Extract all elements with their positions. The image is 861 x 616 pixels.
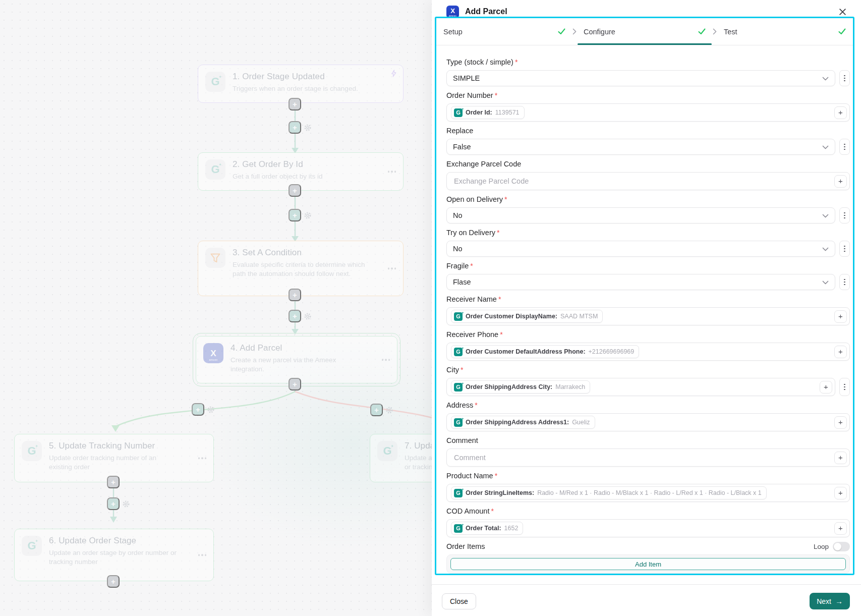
step-card-add-parcel[interactable]: X ameex 4. Add Parcel Create a new parce…	[196, 336, 397, 383]
order-number-input[interactable]: G✦ Order Id: 1139571 +	[446, 103, 850, 122]
insert-data-button[interactable]: +	[834, 522, 847, 535]
data-token-chip[interactable]: G✦ Order Total: 1652	[451, 522, 523, 535]
product-name-input[interactable]: G✦ Order StringLineItems: Radio - M/Red …	[446, 484, 850, 502]
add-step-button[interactable]: +	[107, 575, 120, 588]
order-items-container: Add Item	[446, 554, 850, 574]
field-label: Type (stock / simple)	[446, 58, 513, 66]
field-replace: Replace False	[446, 126, 850, 155]
step-menu-button[interactable]	[198, 554, 207, 556]
data-token-chip[interactable]: G✦ Order Id: 1139571	[451, 106, 525, 119]
field-label: Exchange Parcel Code	[446, 160, 521, 168]
insert-data-button[interactable]: +	[834, 487, 847, 499]
gear-icon[interactable]	[207, 406, 215, 416]
field-options-button[interactable]	[839, 241, 850, 257]
g-app-icon: G✦	[454, 108, 463, 117]
field-receiver-name: Receiver Name* G✦ Order Customer Display…	[446, 294, 850, 325]
add-step-button[interactable]: +	[289, 184, 301, 197]
add-step-button[interactable]: +	[289, 310, 301, 322]
field-label: Product Name	[446, 472, 493, 480]
gear-icon[interactable]	[304, 312, 312, 322]
address-input[interactable]: G✦ Order ShippingAddress Address1: Gueli…	[446, 413, 850, 431]
step-card-order-stage-updated[interactable]: G✦ 1. Order Stage Updated Triggers when …	[198, 65, 404, 103]
required-asterisk: *	[470, 262, 473, 270]
step-title: 7. Upda	[405, 441, 435, 451]
comment-input[interactable]	[453, 453, 834, 462]
fragile-select[interactable]: Flase	[446, 274, 835, 290]
exchange-parcel-code-input[interactable]	[453, 177, 834, 186]
gear-icon[interactable]	[304, 211, 312, 221]
step-menu-button[interactable]	[388, 267, 396, 269]
field-options-button[interactable]	[839, 378, 850, 396]
chevron-down-icon	[822, 74, 829, 83]
add-step-button[interactable]: +	[289, 289, 301, 301]
cod-amount-input[interactable]: G✦ Order Total: 1652 +	[446, 519, 850, 537]
field-options-button[interactable]	[839, 70, 850, 86]
gear-icon[interactable]	[122, 500, 130, 510]
field-exchange-parcel-code: Exchange Parcel Code +	[446, 159, 850, 190]
chevron-right-icon	[572, 18, 577, 45]
try-on-delivery-select[interactable]: No	[446, 241, 835, 257]
tab-setup[interactable]: Setup	[436, 18, 572, 45]
add-step-button[interactable]: +	[289, 98, 301, 110]
city-input[interactable]: G✦ Order ShippingAddress City: Marrakech…	[446, 378, 835, 396]
add-step-button[interactable]: +	[192, 403, 204, 416]
gear-icon[interactable]	[304, 124, 312, 134]
add-step-button[interactable]: +	[107, 497, 120, 510]
close-button[interactable]: Close	[442, 593, 476, 609]
add-step-button[interactable]: +	[370, 404, 383, 416]
insert-data-button[interactable]: +	[834, 310, 847, 323]
add-step-button[interactable]: +	[289, 121, 301, 134]
step-tabs: Setup Configure Test	[436, 18, 853, 45]
data-token-chip[interactable]: G✦ Order ShippingAddress City: Marrakech	[451, 380, 590, 394]
add-step-button[interactable]: +	[289, 378, 301, 390]
panel-title: Add Parcel	[465, 7, 507, 16]
step-menu-button[interactable]	[198, 457, 207, 459]
field-label: Try on Delivery	[446, 229, 495, 237]
add-step-button[interactable]: +	[107, 476, 120, 488]
replace-select[interactable]: False	[446, 139, 835, 155]
field-label: Open on Delivery	[446, 195, 503, 203]
app-window: G✦ 1. Order Stage Updated Triggers when …	[0, 0, 861, 616]
field-open-on-delivery: Open on Delivery* No	[446, 194, 850, 223]
tab-configure[interactable]: Configure	[577, 18, 713, 45]
step-card-update-order-stage[interactable]: G✦ 6. Update Order Stage Update an order…	[14, 529, 214, 581]
data-token-chip[interactable]: G✦ Order Customer DisplayName: SAAD MTSM	[451, 310, 603, 323]
field-address: Address* G✦ Order ShippingAddress Addres…	[446, 400, 850, 431]
step-card-get-order-by-id[interactable]: G✦ 2. Get Order By Id Get a full order o…	[198, 152, 404, 191]
data-token-chip[interactable]: G✦ Order StringLineItems: Radio - M/Red …	[451, 486, 767, 499]
field-fragile: Fragile* Flase	[446, 261, 850, 290]
insert-data-button[interactable]: +	[834, 106, 847, 119]
add-step-button[interactable]: +	[289, 209, 301, 221]
configure-highlight-box: Setup Configure Test Type (st	[435, 17, 854, 575]
required-asterisk: *	[495, 472, 497, 480]
type-select[interactable]: SIMPLE	[446, 70, 835, 86]
step-card-set-a-condition[interactable]: 3. Set A Condition Evaluate specific cri…	[198, 241, 404, 296]
required-asterisk: *	[495, 91, 497, 99]
field-options-button[interactable]	[839, 274, 850, 290]
insert-data-button[interactable]: +	[834, 175, 847, 188]
data-token-chip[interactable]: G✦ Order ShippingAddress Address1: Gueli…	[451, 416, 595, 429]
receiver-name-input[interactable]: G✦ Order Customer DisplayName: SAAD MTSM…	[446, 307, 850, 325]
step-menu-button[interactable]	[382, 359, 390, 361]
add-item-button[interactable]: Add Item	[450, 558, 846, 570]
gear-icon[interactable]	[385, 406, 393, 416]
field-options-button[interactable]	[839, 207, 850, 223]
step-menu-button[interactable]	[388, 171, 396, 173]
insert-data-button[interactable]: +	[820, 381, 832, 394]
field-label: Receiver Phone	[446, 330, 498, 339]
data-token-chip[interactable]: G✦ Order Customer DefaultAddress Phone: …	[451, 345, 639, 358]
insert-data-button[interactable]: +	[834, 452, 847, 464]
step-title: 2. Get Order By Id	[233, 159, 323, 170]
loop-toggle[interactable]	[833, 542, 850, 551]
receiver-phone-input[interactable]: G✦ Order Customer DefaultAddress Phone: …	[446, 343, 850, 361]
next-button[interactable]: Next →	[810, 593, 850, 609]
open-on-delivery-select[interactable]: No	[446, 207, 835, 223]
tab-test[interactable]: Test	[717, 18, 853, 45]
add-parcel-panel: X ameex Add Parcel Setup Configure	[432, 0, 861, 616]
step-description: Update order tracking number of an exist…	[49, 454, 175, 472]
insert-data-button[interactable]: +	[834, 346, 847, 358]
step-card-update-tracking-number[interactable]: G✦ 5. Update Tracking Number Update orde…	[14, 434, 214, 482]
field-options-button[interactable]	[839, 139, 850, 155]
chevron-right-icon	[713, 18, 717, 45]
insert-data-button[interactable]: +	[834, 416, 847, 429]
